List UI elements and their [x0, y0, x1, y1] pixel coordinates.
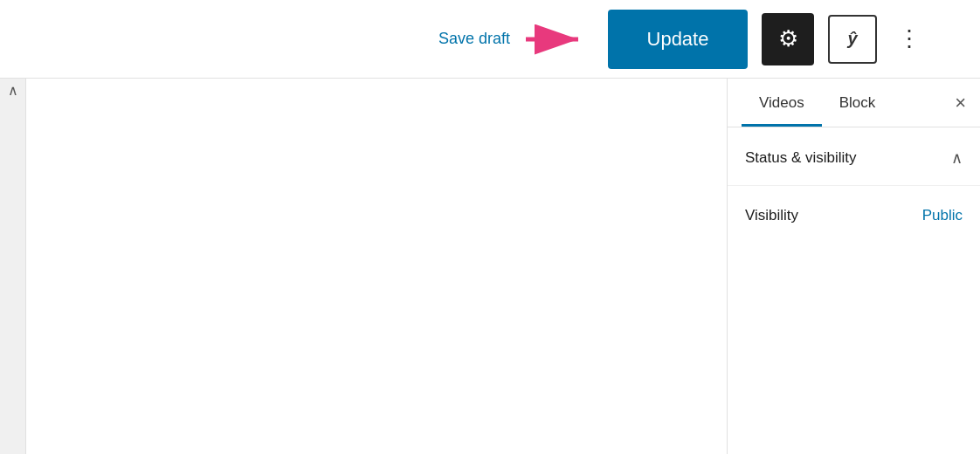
- tab-block[interactable]: Block: [822, 80, 894, 126]
- sidebar-header: Videos Block ×: [728, 79, 980, 127]
- sidebar-panel: Videos Block × Status & visibility ∧ Vis…: [727, 79, 980, 454]
- sidebar-tabs: Videos Block: [742, 80, 893, 126]
- settings-button[interactable]: ⚙: [762, 13, 814, 65]
- sidebar-content: Status & visibility ∧ Visibility Public: [728, 127, 980, 454]
- arrow-annotation: [524, 24, 594, 55]
- arrow-icon: [524, 24, 594, 55]
- yoast-icon: ŷ: [847, 29, 857, 49]
- toolbar-actions: Save draft Update ⚙ ŷ ⋮: [438, 10, 928, 69]
- tab-videos[interactable]: Videos: [742, 80, 822, 126]
- scroll-up-arrow[interactable]: ∧: [8, 82, 18, 99]
- close-sidebar-button[interactable]: ×: [955, 93, 966, 113]
- chevron-up-icon[interactable]: ∧: [951, 148, 963, 168]
- toolbar: Save draft Update ⚙ ŷ ⋮: [0, 0, 980, 79]
- status-visibility-title: Status & visibility: [745, 149, 857, 167]
- yoast-button[interactable]: ŷ: [828, 15, 877, 64]
- status-visibility-section: Status & visibility ∧: [728, 127, 980, 186]
- visibility-value[interactable]: Public: [922, 207, 963, 224]
- update-button[interactable]: Update: [608, 10, 748, 69]
- gear-icon: ⚙: [778, 25, 798, 52]
- save-draft-button[interactable]: Save draft: [438, 30, 510, 48]
- main-area: ∧ Videos Block × Status & visibility ∧ V…: [0, 79, 980, 454]
- visibility-label: Visibility: [745, 207, 798, 224]
- scrollbar: ∧: [0, 79, 26, 454]
- more-options-button[interactable]: ⋮: [891, 22, 928, 56]
- visibility-row: Visibility Public: [728, 186, 980, 245]
